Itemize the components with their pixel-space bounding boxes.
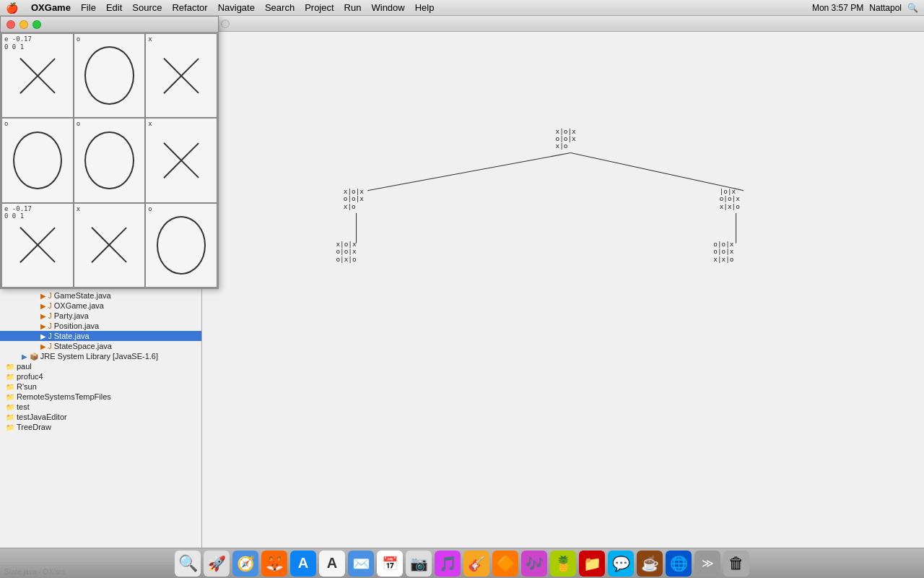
menu-run[interactable]: Run (344, 2, 362, 13)
main-screen: e -0.17 0 0 1 o x o (0, 16, 924, 578)
tree-item-rsun[interactable]: 📁 R'sun (0, 381, 201, 392)
root-board-line3: x|o (556, 142, 568, 150)
tree-item-treedraw[interactable]: 📁 TreeDraw (0, 422, 201, 432)
ttt-cell-0[interactable]: e -0.17 0 0 1 (1, 33, 74, 118)
dock-fontbook[interactable]: A (319, 551, 345, 577)
ttt-cell-5[interactable]: x (145, 118, 217, 202)
folder-icon: 📁 (6, 403, 14, 411)
menu-project[interactable]: Project (305, 2, 334, 13)
dock-firefox[interactable]: 🦊 (261, 551, 287, 577)
dock-launchpad[interactable]: 🚀 (204, 551, 230, 577)
folder-icon: 📁 (6, 373, 14, 381)
tree-item-label: Party.java (54, 311, 89, 320)
tree-item-label: State.java (54, 332, 90, 340)
dock-safari[interactable]: 🧭 (232, 551, 258, 577)
search-icon[interactable]: 🔍 (907, 3, 918, 13)
ttt-grid: e -0.17 0 0 1 o x o (1, 33, 218, 288)
tree-line-root-left (367, 153, 570, 191)
ttt-cell-6[interactable]: e -0.17 0 0 1 (1, 203, 74, 288)
dock-appstore[interactable]: A (290, 551, 316, 577)
menu-refactor[interactable]: Refactor (172, 2, 207, 13)
dock-coffee[interactable]: ☕ (637, 551, 663, 577)
folder-icon: 📁 (6, 413, 14, 421)
dock-iphoto[interactable]: 📷 (406, 551, 432, 577)
l1-left-line1: x|o|x (344, 187, 365, 195)
right-panel: x|o|x o|o|x x|o x|o|x o|o|x x|o |o|x o|o… (202, 16, 924, 578)
l1-right-line1: |o|x (720, 187, 736, 195)
tree-item-label: StateSpace.java (54, 342, 112, 350)
tree-item-label: RemoteSystemsTempFiles (17, 392, 111, 401)
system-clock: Mon 3:57 PM (812, 3, 863, 13)
tree-item-label: R'sun (17, 382, 37, 391)
dock-mail[interactable]: ✉️ (348, 551, 374, 577)
tree-item-testjava[interactable]: 📁 testJavaEditor (0, 412, 201, 422)
cell-label-1: o (77, 35, 80, 43)
dock-vlc[interactable]: 🔶 (492, 551, 518, 577)
folder-icon: 📁 (6, 363, 14, 371)
dock-skype[interactable]: 💬 (608, 551, 634, 577)
ttt-cell-8[interactable]: o (145, 203, 217, 288)
cell-o-1 (84, 46, 134, 105)
java-file-icon: ▶ J (40, 302, 52, 310)
menu-source[interactable]: Source (132, 2, 162, 13)
username: Nattapol (869, 3, 902, 13)
java-file-icon: ▶ J (40, 332, 52, 340)
menu-help[interactable]: Help (415, 2, 435, 13)
menu-window[interactable]: Window (371, 2, 404, 13)
dock-pineapple[interactable]: 🍍 (550, 551, 576, 577)
dock-filezilla[interactable]: 📁 (579, 551, 605, 577)
dock-globe[interactable]: 🌐 (666, 551, 692, 577)
left-panel: e -0.17 0 0 1 o x o (0, 16, 202, 578)
maximize-button[interactable] (32, 20, 41, 29)
ttt-cell-4[interactable]: o (74, 118, 146, 202)
tree-item-label: GameState.java (54, 291, 111, 300)
menubar-left: 🍎 OXGame File Edit Source Refactor Navig… (6, 2, 434, 14)
cell-x-5 (157, 131, 206, 190)
dock-itunes[interactable]: 🎵 (435, 551, 461, 577)
folder-icon: 📁 (6, 393, 14, 401)
cell-label-2: x (148, 35, 152, 43)
tree-item-jre[interactable]: ▶ 📦 JRE System Library [JavaSE-1.6] (0, 351, 201, 361)
l2-right-line3: x|x|o (713, 255, 734, 263)
tree-item-oxgame[interactable]: ▶ J OXGame.java (0, 301, 201, 311)
java-file-icon: ▶ J (40, 342, 52, 350)
close-button[interactable] (6, 20, 15, 29)
cell-label-3: o (4, 120, 8, 128)
tree-item-profuc4[interactable]: 📁 profuc4 (0, 371, 201, 381)
cell-o-8 (157, 216, 206, 275)
menu-navigate[interactable]: Navigate (218, 2, 255, 13)
minimize-button[interactable] (19, 20, 28, 29)
tree-line-root-right (570, 153, 744, 191)
app-name[interactable]: OXGame (31, 2, 71, 13)
dock-finder[interactable]: 🔍 (175, 551, 201, 577)
menubar: 🍎 OXGame File Edit Source Refactor Navig… (0, 0, 924, 16)
menu-file[interactable]: File (81, 2, 96, 13)
right-maximize-button[interactable] (221, 20, 230, 28)
apple-menu[interactable]: 🍎 (6, 2, 18, 14)
dock-garageband[interactable]: 🎸 (463, 551, 489, 577)
ttt-cell-1[interactable]: o (74, 33, 146, 118)
tree-item-remotesystems[interactable]: 📁 RemoteSystemsTempFiles (0, 392, 201, 402)
tree-item-statespace[interactable]: ▶ J StateSpace.java (0, 341, 201, 351)
file-tree: ▶ J GameState.java ▶ J OXGame.java ▶ J P… (0, 289, 201, 434)
l1-left-line2: o|o|x (344, 194, 365, 202)
menu-edit[interactable]: Edit (106, 2, 122, 13)
ttt-cell-2[interactable]: x (145, 33, 217, 118)
tree-item-test[interactable]: 📁 test (0, 402, 201, 412)
menu-search[interactable]: Search (265, 2, 295, 13)
dock-trash[interactable]: 🗑 (723, 551, 749, 577)
tree-item-state[interactable]: ▶ J State.java (0, 331, 201, 341)
tree-item-gamestate[interactable]: ▶ J GameState.java (0, 290, 201, 301)
ttt-cell-3[interactable]: o (1, 118, 74, 202)
ttt-cell-7[interactable]: x (74, 203, 146, 288)
tree-item-label: testJavaEditor (17, 413, 67, 421)
cell-x-6 (13, 216, 62, 275)
tree-item-party[interactable]: ▶ J Party.java (0, 311, 201, 321)
tree-item-paul[interactable]: 📁 paul (0, 361, 201, 371)
tree-item-label: paul (17, 362, 32, 371)
tree-item-position[interactable]: ▶ J Position.java (0, 321, 201, 331)
cell-x-2 (157, 46, 206, 105)
dock-calendar[interactable]: 📅 (377, 551, 403, 577)
dock-extras[interactable]: ≫ (694, 551, 720, 577)
dock-music[interactable]: 🎶 (521, 551, 547, 577)
